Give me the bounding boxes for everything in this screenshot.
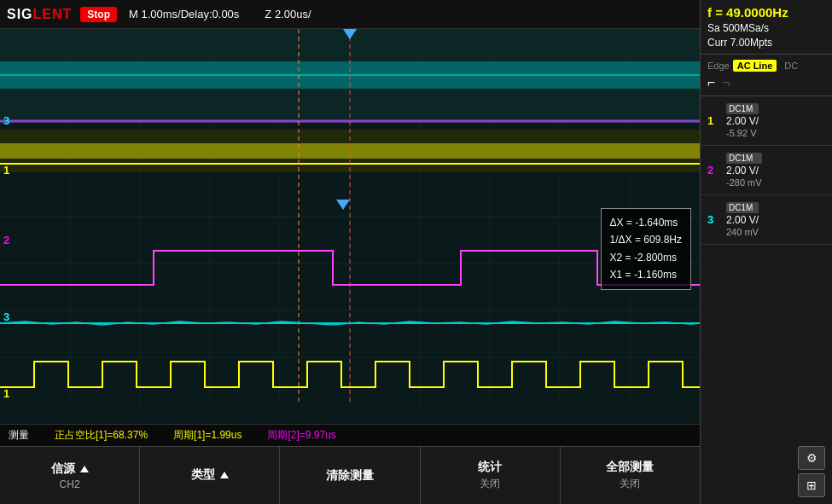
x1-value: X1 = -1.160ms [610,266,682,283]
stats-button-top: 统计 [478,460,502,475]
curr-display: Curr 7.00Mpts [707,37,825,49]
ch2-offset: -280 mV [726,177,762,188]
ch1-label-bottom: 1 [3,387,9,400]
channel-settings: 1 DC1M 2.00 V/ -5.92 V 2 DC1M 2.00 V/ -2… [701,96,832,245]
stop-badge[interactable]: Stop [80,7,117,22]
ch1-period: 周期[1]=1.99us [173,428,241,443]
ch2-period: 周期[2]=9.97us [267,428,335,443]
ch2-number: 2 [707,164,721,177]
ch2-coupling-badge: DC1M [726,153,762,164]
ch3-label-bottom: 3 [3,310,9,323]
right-header: f = 49.0000Hz Sa 500MSa/s Curr 7.00Mpts [701,0,832,55]
ac-line-button[interactable]: AC Line [733,60,777,72]
bottom-icons: ⚙ ⊞ [701,439,832,504]
ch2-label: 2 [3,234,9,246]
all-meas-sub: 关闭 [620,477,640,491]
source-button-top: 信源 [51,461,89,477]
dc-button[interactable]: DC [780,60,802,72]
grid [0,29,700,424]
ch1-vdiv: 2.00 V/ [726,115,759,127]
type-arrow-icon [220,472,229,478]
trigger-marker-mid [336,200,350,210]
measurement-bar: 测量 正占空比[1]=68.37% 周期[1]=1.99us 周期[2]=9.9… [0,424,700,446]
source-arrow-icon [80,466,89,472]
sa-display: Sa 500MSa/s [707,22,825,34]
source-sub: CH2 [60,478,80,490]
type-button-top: 类型 [191,467,229,483]
ch3-label-top: 3 [3,114,9,127]
trigger-marker-top [343,29,357,39]
ch3-coupling-badge: DC1M [726,202,759,213]
stats-button[interactable]: 统计 关闭 [421,447,561,504]
ch3-vdiv: 2.00 V/ [726,214,759,226]
ch3-number: 3 [707,213,721,226]
settings-icon-btn[interactable]: ⚙ [798,446,825,470]
ch1-settings-row: 1 DC1M 2.00 V/ -5.92 V [701,96,832,146]
main-oscilloscope-area: SIGLENT Stop M 1.00ms/Delay:0.00s Z 2.00… [0,0,700,504]
source-label: 信源 [51,461,75,477]
trigger-section: Edge AC Line DC ⌐ ¬ [701,55,832,96]
right-panel: f = 49.0000Hz Sa 500MSa/s Curr 7.00Mpts … [700,0,832,504]
ch1-duty-cycle: 正占空比[1]=68.37% [55,428,148,443]
dx-value: ΔX = -1.640ms [610,214,682,231]
ch2-settings-row: 2 DC1M 2.00 V/ -280 mV [701,146,832,195]
waveform-area: 3 1 2 3 1 ΔX = -1.640ms 1/ΔX = 609.8Hz X… [0,29,700,424]
header-bar: SIGLENT Stop M 1.00ms/Delay:0.00s Z 2.00… [0,0,700,29]
zoom-display: Z 2.00us/ [265,8,311,20]
measurement-box: ΔX = -1.640ms 1/ΔX = 609.8Hz X2 = -2.800… [601,208,691,290]
inv-dx-value: 1/ΔX = 609.8Hz [610,231,682,248]
meas-title: 测量 [9,428,29,443]
clear-meas-top: 清除测量 [326,468,374,484]
type-label: 类型 [191,467,215,483]
falling-edge-icon[interactable]: ¬ [722,75,730,90]
all-meas-button[interactable]: 全部测量 关闭 [561,447,700,504]
type-button[interactable]: 类型 [140,447,280,504]
clear-meas-label: 清除测量 [326,468,374,484]
stats-sub: 关闭 [480,477,500,491]
rising-edge-icon[interactable]: ⌐ [707,75,715,90]
all-meas-top: 全部测量 [606,460,654,475]
all-meas-label: 全部测量 [606,460,654,475]
trigger-row: Edge AC Line DC [707,60,825,72]
ch1-coupling-badge: DC1M [726,103,759,114]
source-button[interactable]: 信源 CH2 [0,447,140,504]
logo: SIGLENT [7,7,72,22]
button-bar: 信源 CH2 类型 清除测量 统计 关闭 全部测量 [0,446,700,504]
edge-label: Edge [707,61,730,71]
x2-value: X2 = -2.800ms [610,249,682,266]
stats-label: 统计 [478,460,502,475]
freq-display: f = 49.0000Hz [707,5,825,20]
clear-meas-button[interactable]: 清除测量 [280,447,420,504]
ch1-offset: -5.92 V [726,128,759,138]
ch2-vdiv: 2.00 V/ [726,165,762,177]
timebase-display: M 1.00ms/Delay:0.00s [129,8,239,20]
ch1-label: 1 [3,164,9,177]
ch1-number: 1 [707,114,721,127]
grid-icon-btn[interactable]: ⊞ [798,473,825,497]
ch3-offset: 240 mV [726,227,759,237]
ch3-settings-row: 3 DC1M 2.00 V/ 240 mV [701,195,832,245]
